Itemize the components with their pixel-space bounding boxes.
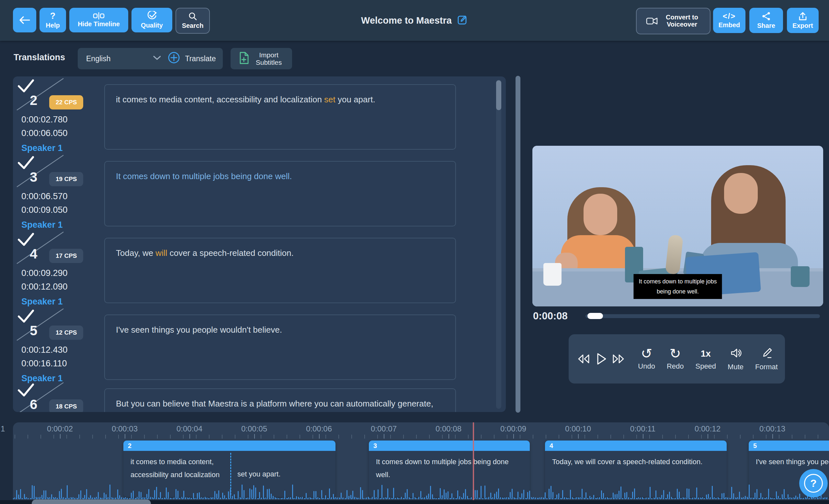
waveform-bar xyxy=(109,484,110,499)
subtitle-row[interactable]: 2 22 CPS 0:00:02.780 0:00:06.050 Speaker… xyxy=(13,80,506,156)
list-scrollbar-track[interactable] xyxy=(496,80,501,409)
waveform-bar xyxy=(117,490,118,499)
end-time[interactable]: 0:00:16.110 xyxy=(22,359,67,369)
waveform-bar xyxy=(177,491,178,499)
waveform-bar xyxy=(529,491,530,499)
subtitle-text-box[interactable]: Today, we will cover a speech-related co… xyxy=(104,238,456,303)
start-time[interactable]: 0:00:12.430 xyxy=(22,345,68,355)
convert-to-voiceover-button[interactable]: Convert to Voiceover xyxy=(636,8,711,34)
waveform-bar xyxy=(527,492,528,499)
waveform-bar xyxy=(242,484,243,499)
timeline-block-number[interactable]: 5 xyxy=(749,440,829,451)
play-button[interactable] xyxy=(594,351,608,367)
language-select[interactable]: English xyxy=(78,48,170,69)
waveform-bar xyxy=(67,485,68,499)
edit-title-icon[interactable] xyxy=(457,14,468,27)
redo-button[interactable]: ↻ Redo xyxy=(667,347,684,370)
hide-timeline-label: Hide Timeline xyxy=(78,21,120,28)
waveform-bar xyxy=(440,488,441,499)
rewind-button[interactable] xyxy=(576,352,591,366)
subtitle-text-box[interactable]: But you can believe that Maestra is a pl… xyxy=(104,388,456,412)
waveform-bar xyxy=(512,489,513,499)
speaker-icon xyxy=(729,347,742,361)
search-icon xyxy=(188,12,197,21)
import-subtitles-label: Import Subtitles xyxy=(253,51,284,66)
list-scrollbar-thumb[interactable] xyxy=(496,80,501,110)
end-time[interactable]: 0:00:06.050 xyxy=(22,128,68,138)
subtitle-row[interactable]: 4 17 CPS 0:00:09.290 0:00:12.090 Speaker… xyxy=(13,233,506,310)
search-button[interactable]: Search xyxy=(176,8,210,34)
panel-divider-handle[interactable] xyxy=(515,76,520,413)
embed-button[interactable]: </> Embed xyxy=(713,8,746,33)
waveform-bar xyxy=(496,492,497,499)
question-icon: ? xyxy=(50,11,56,21)
redo-icon: ↻ xyxy=(670,347,681,360)
subtitle-row[interactable]: 6 18 CPS But you can believe that Maestr… xyxy=(13,384,506,412)
waveform-bar xyxy=(570,490,571,499)
speaker-label[interactable]: Speaker 1 xyxy=(22,297,63,307)
cps-badge: 18 CPS xyxy=(49,399,83,412)
format-button[interactable]: Format xyxy=(755,347,778,371)
waveform-bar xyxy=(80,491,81,499)
waveform-bar xyxy=(669,492,670,499)
waveform-bar xyxy=(347,490,348,499)
subtitle-number: 2 xyxy=(30,93,37,108)
subtitle-row[interactable]: 3 19 CPS 0:00:06.570 0:00:09.050 Speaker… xyxy=(13,156,506,233)
end-time[interactable]: 0:00:12.090 xyxy=(22,282,68,292)
timeline-tick-label: 0:00:09 xyxy=(491,424,536,433)
header-bar: ? Help Hide Timeline Quality Search Welc… xyxy=(0,0,829,41)
timeline-block-number[interactable]: 3 xyxy=(369,440,530,451)
timeline-block-number[interactable]: 2 xyxy=(123,440,335,451)
search-label: Search xyxy=(182,22,204,30)
share-button[interactable]: Share xyxy=(749,8,783,33)
start-time[interactable]: 0:00:06.570 xyxy=(22,191,68,202)
waveform-bar xyxy=(510,492,511,499)
ruler-minor-ticks xyxy=(14,435,827,439)
hide-timeline-button[interactable]: Hide Timeline xyxy=(69,8,128,32)
start-time[interactable]: 0:00:09.290 xyxy=(22,268,68,278)
export-button[interactable]: Export xyxy=(787,8,819,33)
mute-button[interactable]: Mute xyxy=(728,347,744,371)
waveform-bar xyxy=(475,490,476,499)
video-player[interactable]: It comes down to multiple jobs being don… xyxy=(532,146,823,307)
fast-forward-button[interactable] xyxy=(611,352,626,366)
waveform-bar xyxy=(749,484,750,499)
end-time[interactable]: 0:00:09.050 xyxy=(22,205,68,215)
waveform-bar xyxy=(498,489,499,499)
subtitle-text-box[interactable]: It comes down to multiple jobs being don… xyxy=(104,161,456,226)
waveform-bar xyxy=(314,491,315,499)
waveform-bar xyxy=(679,492,680,499)
waveform-bar xyxy=(768,489,769,499)
back-button[interactable] xyxy=(13,8,36,32)
subtitle-text-box[interactable]: it comes to media content, accessibility… xyxy=(104,84,456,150)
timeline-horizontal-scrollbar[interactable] xyxy=(32,500,151,504)
import-subtitles-button[interactable]: Import Subtitles xyxy=(230,48,292,69)
timeline-panel[interactable]: 0:00:020:00:030:00:040:00:050:00:060:00:… xyxy=(13,422,829,500)
timeline-block-number[interactable]: 4 xyxy=(545,440,727,451)
waveform-bar xyxy=(34,486,35,499)
help-button[interactable]: ? Help xyxy=(39,8,66,32)
help-floating-button[interactable]: ? xyxy=(799,469,828,498)
undo-button[interactable]: ↺ Undo xyxy=(638,347,655,370)
waveform-bar xyxy=(98,492,99,499)
waveform-bar xyxy=(154,490,155,499)
waveform-bar xyxy=(776,491,777,499)
subtitle-text-box[interactable]: I've seen things you people wouldn't bel… xyxy=(104,315,456,380)
speaker-label[interactable]: Speaker 1 xyxy=(22,143,63,153)
waveform-bar xyxy=(686,489,687,499)
progress-bar-thumb[interactable] xyxy=(587,313,603,319)
speaker-label[interactable]: Speaker 1 xyxy=(22,220,63,230)
translate-button[interactable]: Translate xyxy=(160,48,223,69)
playhead[interactable] xyxy=(473,422,474,500)
progress-bar-track[interactable] xyxy=(585,314,820,318)
waveform-bar xyxy=(480,486,481,499)
check-circle-icon xyxy=(147,11,157,21)
waveform-bar xyxy=(731,487,732,499)
quality-button[interactable]: Quality xyxy=(132,8,172,32)
subtitle-row[interactable]: 5 12 CPS 0:00:12.430 0:00:16.110 Speaker… xyxy=(13,310,506,387)
start-time[interactable]: 0:00:02.780 xyxy=(22,115,68,125)
cps-badge: 19 CPS xyxy=(49,172,83,186)
speed-button[interactable]: 1x Speed xyxy=(695,347,716,370)
waveform-bar xyxy=(465,489,466,499)
question-icon: ? xyxy=(804,474,823,493)
